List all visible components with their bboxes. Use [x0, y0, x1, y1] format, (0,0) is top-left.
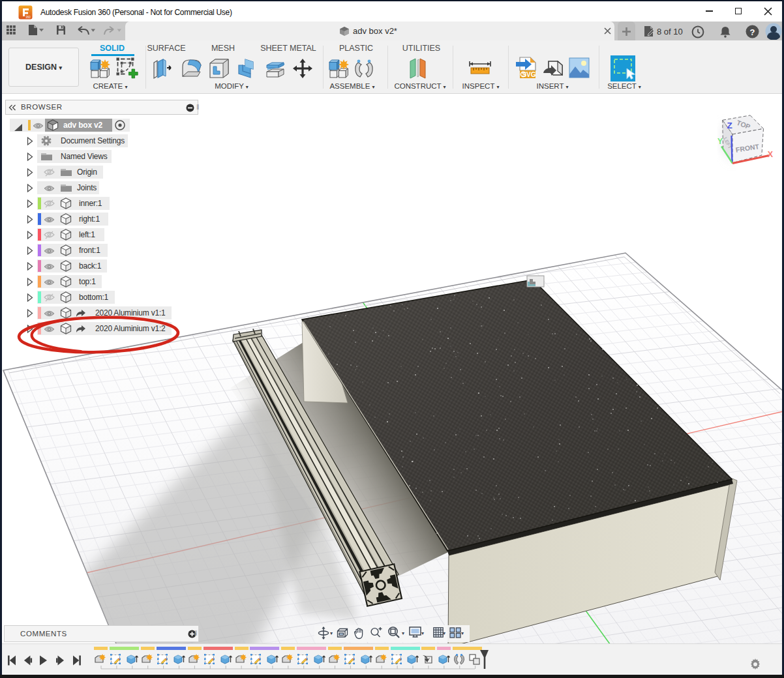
svg-text:?: ? — [750, 27, 755, 37]
svg-text:X: X — [768, 150, 774, 159]
svg-text:Z: Z — [727, 121, 732, 130]
svg-text:360: 360 — [25, 16, 31, 19]
svg-text:Y: Y — [717, 137, 723, 146]
